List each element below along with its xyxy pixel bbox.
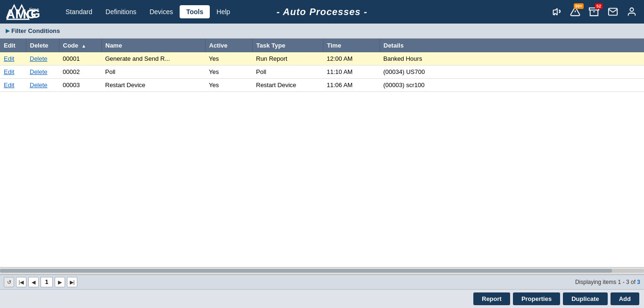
scrollbar-track [0,269,644,273]
navbar: G time AMG Standard Definitions Devices … [0,0,644,24]
nav-standard[interactable]: Standard [59,5,99,18]
col-header-delete[interactable]: Delete [26,39,59,52]
edit-link[interactable]: Edit [4,81,14,89]
table-scroll[interactable]: Edit Delete Code ▲ Name Active Task Type… [0,39,644,267]
cell-time: 11:06 AM [323,79,380,92]
bottom-bar: Report Properties Duplicate Add [0,289,644,308]
table-wrapper: Edit Delete Code ▲ Name Active Task Type… [0,39,644,289]
current-page: 1 [41,277,53,287]
cell-delete[interactable]: Delete [26,65,59,79]
duplicate-button[interactable]: Duplicate [563,292,608,305]
pagination-bar: ↺ |◀ ◀ 1 ▶ ▶| Displaying items 1 - 3 of … [0,275,644,289]
table-header-row: Edit Delete Code ▲ Name Active Task Type… [0,39,644,52]
cell-code: 00003 [59,79,101,92]
col-header-name[interactable]: Name [101,39,205,52]
col-header-time[interactable]: Time [323,39,380,52]
delete-link[interactable]: Delete [30,68,48,75]
cell-code: 00001 [59,52,101,65]
user-icon[interactable] [624,4,639,19]
last-page-button[interactable]: ▶| [67,277,77,287]
delete-link[interactable]: Delete [30,55,48,62]
filter-label: Filter Conditions [11,27,60,34]
first-page-button[interactable]: |◀ [16,277,26,287]
nav-tools[interactable]: Tools [180,5,210,18]
cell-code: 00002 [59,65,101,79]
nav-icons: 99+ 52 [549,4,639,19]
filter-bar: ▶ Filter Conditions [0,24,644,39]
mail-icon[interactable] [605,4,620,19]
cell-edit[interactable]: Edit [0,65,26,79]
table-row: EditDelete00001Generate and Send R...Yes… [0,52,644,65]
cell-delete[interactable]: Delete [26,79,59,92]
inbox-icon[interactable]: 52 [586,4,602,19]
horizontal-scrollbar[interactable] [0,267,644,275]
nav-devices[interactable]: Devices [143,5,180,18]
table-body: EditDelete00001Generate and Send R...Yes… [0,52,644,92]
cell-details: (00003) scr100 [380,79,644,92]
cell-details: Banked Hours [380,52,644,65]
col-header-edit[interactable]: Edit [0,39,26,52]
refresh-button[interactable]: ↺ [4,277,14,287]
cell-time: 12:00 AM [323,52,380,65]
megaphone-icon[interactable] [549,4,564,19]
cell-name: Generate and Send R... [101,52,205,65]
cell-edit[interactable]: Edit [0,52,26,65]
alert-badge: 99+ [574,3,584,9]
cell-time: 11:10 AM [323,65,380,79]
report-button[interactable]: Report [473,292,510,305]
display-info: Displaying items 1 - 3 of 3 [575,279,640,285]
cell-name: Restart Device [101,79,205,92]
cell-active: Yes [205,52,252,65]
cell-name: Poll [101,65,205,79]
nav-definitions[interactable]: Definitions [99,5,143,18]
col-header-code[interactable]: Code ▲ [59,39,101,52]
col-header-tasktype[interactable]: Task Type [252,39,323,52]
sort-asc-icon: ▲ [82,43,86,49]
cell-edit[interactable]: Edit [0,79,26,92]
table-row: EditDelete00003Restart DeviceYesRestart … [0,79,644,92]
nav-help[interactable]: Help [210,5,237,18]
edit-link[interactable]: Edit [4,55,14,62]
cell-tasktype: Run Report [252,52,323,65]
page-title: - Auto Processes - [277,7,368,17]
alert-icon[interactable]: 99+ [568,4,583,19]
table-row: EditDelete00002PollYesPoll11:10 AM(00034… [0,65,644,79]
svg-point-8 [630,8,633,11]
cell-tasktype: Poll [252,65,323,79]
col-header-details[interactable]: Details [380,39,644,52]
properties-button[interactable]: Properties [513,292,560,305]
filter-arrow-icon: ▶ [6,28,9,34]
delete-link[interactable]: Delete [30,81,48,89]
logo[interactable]: G time AMG [5,3,50,21]
main-content: ▶ Filter Conditions Edit Delete Code ▲ N… [0,24,644,308]
cell-active: Yes [205,65,252,79]
next-page-button[interactable]: ▶ [55,277,65,287]
cell-tasktype: Restart Device [252,79,323,92]
filter-toggle[interactable]: ▶ Filter Conditions [6,27,60,34]
cell-active: Yes [205,79,252,92]
scrollbar-thumb [0,269,612,273]
add-button[interactable]: Add [611,292,639,305]
cell-details: (00034) US700 [380,65,644,79]
prev-page-button[interactable]: ◀ [28,277,39,287]
data-table: Edit Delete Code ▲ Name Active Task Type… [0,39,644,92]
svg-text:AMG: AMG [6,7,36,21]
cell-delete[interactable]: Delete [26,52,59,65]
col-header-active[interactable]: Active [205,39,252,52]
inbox-badge: 52 [595,3,603,9]
edit-link[interactable]: Edit [4,68,14,75]
